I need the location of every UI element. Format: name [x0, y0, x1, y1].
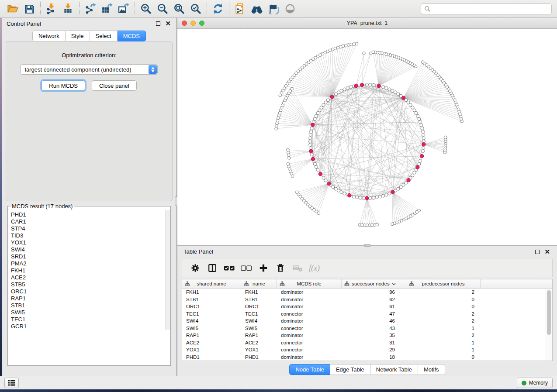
- network-node[interactable]: [315, 114, 318, 117]
- column-header-predecessor-nodes[interactable]: predecessor nodes: [406, 279, 481, 288]
- network-graph[interactable]: [177, 29, 557, 245]
- cell-successor-nodes[interactable]: 61: [342, 304, 406, 309]
- table-row[interactable]: ACE2ACE2connector311: [182, 339, 552, 347]
- close-panel-button[interactable]: Close panel: [92, 80, 137, 91]
- network-node[interactable]: [369, 83, 372, 86]
- search-input[interactable]: [433, 6, 548, 12]
- network-node[interactable]: [356, 196, 359, 199]
- mcds-result-item[interactable]: SWI4: [11, 246, 170, 253]
- cell-mcds-role[interactable]: dominator: [277, 354, 342, 360]
- network-node[interactable]: [382, 86, 385, 89]
- refresh-icon[interactable]: [211, 2, 225, 15]
- save-icon[interactable]: [23, 2, 36, 15]
- cell-mcds-role[interactable]: connector: [277, 326, 342, 331]
- network-node[interactable]: [394, 91, 397, 94]
- column-header-mcds-role[interactable]: MCDS role: [277, 279, 342, 288]
- network-node[interactable]: [353, 43, 356, 46]
- network-node[interactable]: [375, 196, 378, 199]
- cell-successor-nodes[interactable]: 47: [342, 311, 406, 316]
- table-row[interactable]: SWI5SWI5connector431: [182, 325, 552, 332]
- tab-node-table[interactable]: Node Table: [289, 364, 330, 375]
- mcds-hub-node[interactable]: [354, 84, 358, 87]
- window-close-icon[interactable]: [182, 21, 187, 26]
- network-node[interactable]: [309, 137, 312, 140]
- network-node[interactable]: [349, 86, 352, 89]
- node-table[interactable]: shared namenameMCDS rolesuccessor nodesp…: [182, 279, 553, 361]
- network-node[interactable]: [313, 117, 316, 120]
- table-scrollbar[interactable]: [546, 289, 552, 361]
- graphics-details-icon[interactable]: [284, 2, 297, 15]
- export-table-icon[interactable]: [100, 2, 114, 15]
- zoom-out-icon[interactable]: [156, 2, 169, 15]
- mcds-result-item[interactable]: SWI5: [11, 309, 170, 316]
- network-node[interactable]: [363, 52, 366, 55]
- import-network-icon[interactable]: [45, 2, 58, 15]
- cell-successor-nodes[interactable]: 62: [342, 297, 406, 302]
- tab-network[interactable]: Network: [32, 31, 66, 41]
- search-box[interactable]: [421, 3, 552, 14]
- network-node[interactable]: [309, 143, 312, 146]
- mcds-hub-node[interactable]: [401, 96, 405, 100]
- cell-successor-nodes[interactable]: 43: [342, 326, 406, 331]
- mcds-hub-node[interactable]: [311, 123, 314, 127]
- network-node[interactable]: [372, 196, 375, 199]
- network-node[interactable]: [372, 51, 375, 54]
- network-node[interactable]: [421, 61, 424, 64]
- zoom-in-icon[interactable]: [139, 2, 152, 15]
- tab-network-table[interactable]: Network Table: [370, 364, 418, 375]
- network-node[interactable]: [291, 175, 294, 178]
- network-node[interactable]: [308, 140, 311, 143]
- cell-mcds-role[interactable]: connector: [277, 311, 342, 316]
- import-table-icon[interactable]: [62, 2, 75, 15]
- column-header-name[interactable]: name: [241, 279, 277, 288]
- cell-name[interactable]: STB1: [241, 297, 277, 302]
- network-node[interactable]: [347, 44, 350, 47]
- mcds-hub-node[interactable]: [407, 178, 410, 182]
- export-image-icon[interactable]: [117, 2, 130, 15]
- network-node[interactable]: [309, 130, 312, 133]
- cell-shared-name[interactable]: ORC1: [182, 304, 241, 309]
- mcds-result-item[interactable]: FKH1: [11, 267, 170, 274]
- cell-shared-name[interactable]: FKH1: [182, 289, 241, 295]
- network-node[interactable]: [388, 192, 391, 195]
- network-node[interactable]: [340, 191, 343, 194]
- network-node[interactable]: [313, 162, 316, 165]
- cell-shared-name[interactable]: RAP1: [182, 333, 241, 338]
- cell-predecessor-nodes[interactable]: 2: [406, 333, 481, 338]
- cell-successor-nodes[interactable]: 35: [342, 333, 406, 338]
- cell-predecessor-nodes[interactable]: 0: [406, 297, 481, 302]
- cell-successor-nodes[interactable]: 31: [342, 340, 406, 345]
- network-node[interactable]: [287, 151, 290, 154]
- network-node[interactable]: [288, 156, 291, 159]
- cell-mcds-role[interactable]: connector: [277, 340, 342, 345]
- cell-name[interactable]: SWI5: [241, 326, 277, 331]
- network-node[interactable]: [421, 127, 424, 130]
- cell-mcds-role[interactable]: dominator: [277, 297, 342, 302]
- network-node[interactable]: [324, 179, 327, 182]
- network-node[interactable]: [350, 43, 353, 46]
- tab-mcds[interactable]: MCDS: [118, 31, 146, 41]
- table-row[interactable]: TEC1TEC1connector472: [182, 310, 552, 318]
- tab-style[interactable]: Style: [66, 31, 90, 41]
- mcds-hub-node[interactable]: [420, 154, 423, 158]
- network-node[interactable]: [355, 42, 358, 45]
- network-node[interactable]: [418, 117, 421, 120]
- cell-successor-nodes[interactable]: 96: [342, 289, 406, 295]
- mcds-hub-node[interactable]: [391, 190, 394, 194]
- mcds-result-item[interactable]: STB5: [11, 281, 170, 288]
- float-table-panel-icon[interactable]: [535, 250, 540, 254]
- cell-name[interactable]: RAP1: [241, 333, 277, 338]
- clone-network-icon[interactable]: [234, 2, 247, 15]
- window-minimize-icon[interactable]: [190, 21, 196, 26]
- mcds-hub-node[interactable]: [311, 157, 315, 161]
- tab-select[interactable]: Select: [90, 31, 118, 41]
- cell-name[interactable]: TEC1: [241, 311, 277, 316]
- cell-name[interactable]: SWI4: [241, 318, 277, 323]
- network-canvas[interactable]: [177, 29, 557, 245]
- cell-name[interactable]: PHD1: [241, 354, 277, 360]
- network-node[interactable]: [352, 195, 355, 198]
- network-node[interactable]: [418, 209, 421, 212]
- network-node[interactable]: [315, 165, 318, 168]
- cell-shared-name[interactable]: SWI4: [182, 318, 241, 323]
- network-node[interactable]: [287, 154, 290, 157]
